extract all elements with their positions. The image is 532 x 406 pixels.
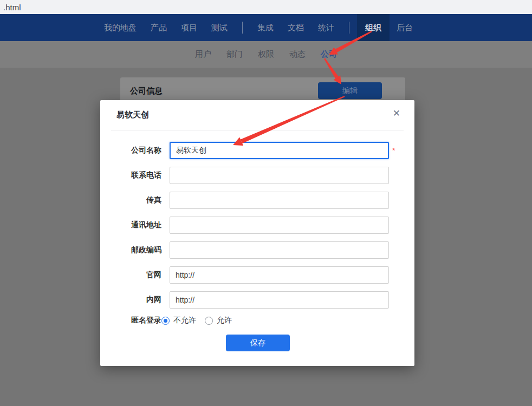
form-row-address: 通讯地址 [100, 213, 414, 238]
fax-label: 传真 [100, 195, 161, 205]
panel-title: 公司信息 [130, 86, 163, 96]
subnav-item-privilege[interactable]: 权限 [250, 49, 282, 60]
nav-separator [242, 22, 243, 34]
phone-label: 联系电话 [100, 171, 161, 180]
nav-item-organization[interactable]: 组织 [357, 14, 390, 41]
website-label: 官网 [100, 270, 161, 280]
required-asterisk: * [392, 146, 395, 155]
subnav-item-dept[interactable]: 部门 [219, 49, 250, 60]
form-row-company-name: 公司名称* [100, 138, 414, 163]
radio-option-allow[interactable]: 允许 [205, 316, 232, 325]
company-name-label: 公司名称 [100, 146, 161, 155]
radio-option-not-allow[interactable]: 不允许 [161, 316, 196, 325]
fax-input[interactable] [170, 192, 389, 209]
nav-item-stats[interactable]: 统计 [311, 14, 341, 41]
radio-dot [164, 319, 167, 323]
browser-titlebar: .html [0, 0, 532, 14]
zipcode-input[interactable] [170, 241, 389, 259]
modal-form: 公司名称*联系电话传真通讯地址邮政编码官网内网匿名登录不允许允许 [100, 100, 414, 366]
address-input[interactable] [170, 217, 389, 234]
company-edit-dialog: 易软天创 ✕ 公司名称*联系电话传真通讯地址邮政编码官网内网匿名登录不允许允许 … [100, 100, 414, 366]
nav-item-test[interactable]: 测试 [204, 14, 235, 41]
screen: .html 我的地盘产品项目测试集成文档统计组织后台 用户部门权限动态公司 公司… [0, 0, 532, 406]
nav-separator [349, 22, 349, 34]
primary-navbar: 我的地盘产品项目测试集成文档统计组织后台 [0, 14, 532, 41]
primary-nav: 我的地盘产品项目测试集成文档统计组织后台 [97, 14, 420, 41]
subnav-item-company[interactable]: 公司 [313, 49, 345, 60]
nav-item-admin[interactable]: 后台 [390, 14, 420, 41]
intranet-input[interactable] [170, 291, 389, 309]
radio-label: 允许 [217, 316, 232, 325]
radio-icon [205, 317, 213, 325]
form-row-phone: 联系电话 [100, 163, 414, 188]
form-row-website: 官网 [100, 263, 414, 287]
form-row-fax: 传真 [100, 188, 414, 213]
edit-button[interactable]: 编辑 [318, 82, 382, 99]
nav-item-product[interactable]: 产品 [144, 14, 174, 41]
nav-item-doc[interactable]: 文档 [281, 14, 311, 41]
intranet-label: 内网 [100, 295, 161, 305]
browser-tab-title: .html [3, 3, 21, 12]
subnav-item-dynamic[interactable]: 动态 [282, 49, 313, 60]
form-row-guest-login: 匿名登录不允许允许 [100, 311, 414, 330]
radio-label: 不允许 [173, 316, 196, 325]
secondary-navbar: 用户部门权限动态公司 [0, 41, 532, 68]
nav-item-my-space[interactable]: 我的地盘 [97, 14, 144, 41]
save-button[interactable]: 保存 [226, 335, 290, 351]
guest-login-label: 匿名登录 [100, 316, 161, 325]
nav-item-project[interactable]: 项目 [174, 14, 204, 41]
company-name-input[interactable] [170, 142, 389, 159]
address-label: 通讯地址 [100, 220, 161, 230]
radio-icon [161, 317, 170, 325]
subnav-item-user[interactable]: 用户 [187, 49, 219, 60]
website-input[interactable] [170, 266, 389, 284]
nav-item-integration[interactable]: 集成 [250, 14, 281, 41]
zipcode-label: 邮政编码 [100, 245, 161, 255]
form-row-intranet: 内网 [100, 287, 414, 312]
phone-input[interactable] [170, 167, 389, 184]
form-row-zipcode: 邮政编码 [100, 238, 414, 263]
